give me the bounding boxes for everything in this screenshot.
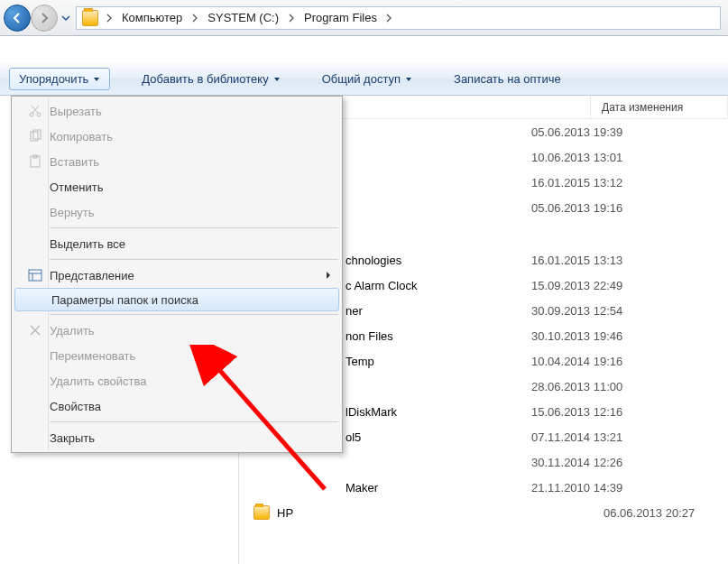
add-to-library-label: Добавить в библиотеку: [142, 72, 268, 86]
file-date: 16.01.2015 13:12: [521, 176, 622, 190]
organize-button[interactable]: Упорядочить: [9, 68, 110, 90]
organize-menu: Вырезать Копировать Вставить Отменить Ве…: [11, 96, 343, 453]
file-date: 15.06.2013 12:16: [521, 405, 622, 419]
svg-point-0: [30, 113, 33, 116]
menu-layout[interactable]: Представление: [14, 263, 340, 288]
breadcrumb-separator[interactable]: [284, 8, 299, 28]
breadcrumb-item[interactable]: SYSTEM (C:): [202, 8, 284, 28]
copy-icon: [21, 129, 50, 143]
menu-remove-properties[interactable]: Удалить свойства: [14, 368, 340, 393]
file-date: 15.09.2013 22:49: [521, 279, 622, 292]
menu-undo[interactable]: Отменить: [14, 174, 340, 199]
file-date: 16.01.2015 13:13: [521, 254, 622, 267]
file-date: 10.06.2013 13:01: [521, 151, 622, 164]
file-name: HP: [277, 506, 593, 520]
svg-point-1: [37, 113, 41, 116]
file-date: 30.10.2013 19:46: [521, 329, 622, 343]
breadcrumb-item[interactable]: Program Files: [299, 8, 382, 28]
file-row[interactable]: 30.11.2014 12:26: [239, 449, 728, 475]
file-row[interactable]: HP06.06.2013 20:27: [239, 500, 728, 525]
forward-button[interactable]: [31, 5, 58, 32]
menu-copy[interactable]: Копировать: [14, 124, 340, 149]
submenu-arrow-icon: [326, 269, 331, 282]
menu-select-all[interactable]: Выделить все: [14, 231, 340, 256]
toolbar: Упорядочить Добавить в библиотеку Общий …: [0, 63, 728, 96]
history-dropdown[interactable]: [60, 9, 72, 27]
menu-redo[interactable]: Вернуть: [14, 199, 340, 225]
burn-label: Записать на оптиче: [454, 72, 561, 86]
add-to-library-button[interactable]: Добавить в библиотеку: [132, 68, 290, 90]
layout-icon: [21, 268, 50, 282]
organize-label: Упорядочить: [19, 72, 88, 86]
breadcrumb-separator[interactable]: [382, 8, 397, 28]
paste-icon: [21, 154, 50, 169]
column-header-date[interactable]: Дата изменения: [591, 96, 728, 118]
svg-rect-6: [29, 270, 41, 281]
breadcrumb[interactable]: Компьютер SYSTEM (C:) Program Files: [76, 6, 721, 30]
menu-rename[interactable]: Переименовать: [14, 343, 340, 368]
breadcrumb-separator[interactable]: [188, 8, 202, 28]
svg-rect-5: [33, 155, 37, 158]
share-button[interactable]: Общий доступ: [312, 68, 422, 90]
file-date: 05.06.2013 19:39: [521, 125, 622, 139]
file-name: Maker: [277, 481, 521, 495]
file-date: 06.06.2013 20:27: [593, 506, 695, 520]
file-date: 21.11.2010 14:39: [521, 481, 622, 495]
file-row[interactable]: Maker21.11.2010 14:39: [239, 475, 728, 500]
breadcrumb-item[interactable]: Компьютер: [116, 8, 188, 28]
menu-properties[interactable]: Свойства: [14, 393, 340, 419]
file-date: 30.09.2013 12:54: [521, 304, 622, 318]
folder-icon: [253, 505, 270, 520]
file-date: 05.06.2013 19:16: [521, 201, 622, 215]
file-date: 07.11.2014 13:21: [521, 430, 622, 444]
menu-cut[interactable]: Вырезать: [14, 98, 340, 124]
folder-icon: [82, 10, 98, 26]
file-date: 10.04.2014 19:16: [521, 355, 622, 368]
back-button[interactable]: [4, 5, 31, 32]
navigation-bar: Компьютер SYSTEM (C:) Program Files: [0, 0, 728, 36]
scissors-icon: [21, 104, 50, 118]
menu-delete[interactable]: Удалить: [14, 318, 340, 343]
file-date: 30.11.2014 12:26: [521, 456, 622, 469]
share-label: Общий доступ: [322, 72, 401, 86]
burn-button[interactable]: Записать на оптиче: [444, 68, 571, 90]
menu-paste[interactable]: Вставить: [14, 149, 340, 174]
menu-folder-options[interactable]: Параметры папок и поиска: [14, 288, 339, 311]
file-date: 28.06.2013 11:00: [521, 380, 622, 393]
menu-close[interactable]: Закрыть: [14, 425, 340, 450]
breadcrumb-separator[interactable]: [102, 8, 116, 28]
delete-icon: [21, 323, 50, 337]
